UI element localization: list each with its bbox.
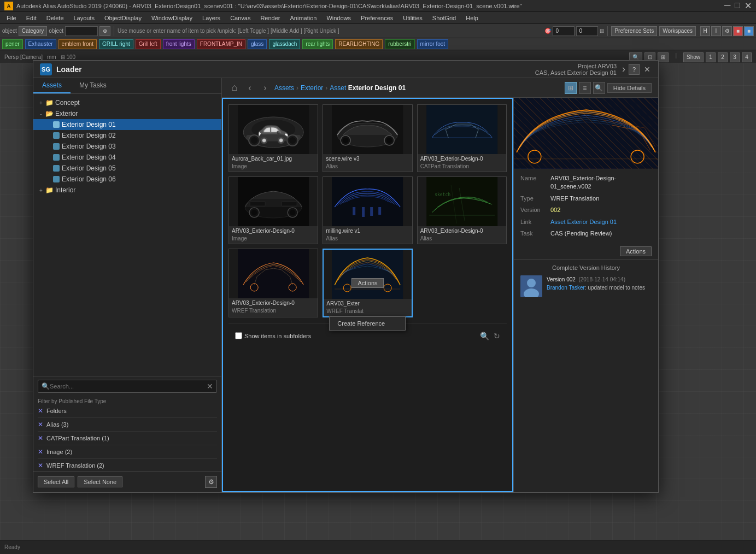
bottom-search-icon[interactable]: 🔍 (480, 332, 489, 340)
show-btn[interactable]: Show (683, 52, 704, 62)
viewport-num1[interactable]: 1 (706, 52, 716, 62)
tab-my-tasks[interactable]: My Tasks (71, 78, 115, 93)
filter-x-wref[interactable]: ✕ (38, 462, 43, 469)
grid-view-btn[interactable]: ⊞ (565, 82, 577, 94)
hide-details-btn[interactable]: Hide Details (607, 83, 652, 93)
tree-item-exterior-design-01[interactable]: Exterior Design 01 (33, 119, 221, 130)
tag-frontlamp-in[interactable]: FRONTLAMP_IN (197, 39, 245, 49)
menu-objectdisplay[interactable]: ObjectDisplay (100, 14, 146, 22)
project-nav-btn[interactable]: › (622, 63, 625, 75)
filter-catpart[interactable]: ✕ CATPart Translation (1) (33, 433, 221, 444)
tree-item-concept[interactable]: + 📁 Concept (33, 97, 221, 108)
menu-render[interactable]: Render (256, 14, 284, 22)
object-pick-btn[interactable]: ⊕ (99, 26, 110, 36)
tag-front-lights[interactable]: front lights (163, 39, 195, 49)
tag-grill-right[interactable]: GRILL right (99, 39, 133, 49)
menu-layouts[interactable]: Layouts (69, 14, 99, 22)
tree-item-exterior-design-03[interactable]: Exterior Design 03 (33, 141, 221, 152)
asset-card-1[interactable]: Aurora_Back_car_01.jpg Image (228, 104, 318, 172)
detail-actions-btn[interactable]: Actions (620, 246, 652, 256)
menu-preferences[interactable]: Preferences (356, 14, 397, 22)
object-input[interactable] (65, 26, 98, 36)
tag-mirror-foot[interactable]: mirror foot (417, 39, 449, 49)
viewport-btn3[interactable]: ⊞ (658, 52, 669, 62)
tag-grill-left[interactable]: Grill left (136, 39, 161, 49)
num2-input[interactable] (576, 26, 598, 36)
asset-card-2[interactable]: scene.wire v3 Alias (323, 104, 412, 172)
toolbar-extra-btn2[interactable]: I (711, 26, 721, 36)
search-view-btn[interactable]: 🔍 (593, 82, 605, 94)
modal-help-btn[interactable]: ? (629, 64, 640, 75)
filter-folders[interactable]: ✕ Folders (33, 405, 221, 416)
bottom-refresh-icon[interactable]: ↻ (494, 332, 500, 340)
tree-item-interior[interactable]: + 📁 Interior (33, 185, 221, 196)
tag-exhauster[interactable]: Exhauster (25, 39, 56, 49)
category-btn[interactable]: Category (19, 26, 48, 36)
filter-wref[interactable]: ✕ WREF Translation (2) (33, 460, 221, 471)
tree-item-exterior-design-02[interactable]: Exterior Design 02 (33, 130, 221, 141)
viewport-num2[interactable]: 2 (718, 52, 728, 62)
tree-item-exterior-design-04[interactable]: Exterior Design 04 (33, 152, 221, 163)
menu-layers[interactable]: Layers (198, 14, 225, 22)
list-view-btn[interactable]: ≡ (579, 82, 591, 94)
num1-input[interactable] (553, 26, 575, 36)
show-items-checkbox[interactable] (235, 332, 242, 339)
search-input[interactable] (50, 383, 207, 390)
breadcrumb-exterior[interactable]: Exterior (301, 84, 323, 92)
viewport-num3[interactable]: 3 (730, 52, 740, 62)
show-items-label[interactable]: Show items in subfolders (235, 332, 311, 339)
filter-x-image[interactable]: ✕ (38, 448, 43, 456)
maximize-btn[interactable]: □ (735, 1, 740, 11)
menu-edit[interactable]: Edit (22, 14, 41, 22)
asset-card-6[interactable]: sketch ARV03_Exterior-Design-0 Alias (417, 176, 507, 244)
nav-back-btn[interactable]: ‹ (244, 82, 256, 94)
actions-btn-card8[interactable]: Actions (351, 278, 383, 288)
filter-x-catpart[interactable]: ✕ (38, 434, 43, 442)
toolbar-extra-btn4[interactable]: ■ (733, 26, 743, 36)
viewport-num4[interactable]: 4 (742, 52, 752, 62)
asset-card-4[interactable]: ARV03_Exterior-Design-0 Image (228, 176, 318, 244)
workspaces-btn[interactable]: Workspaces (659, 26, 696, 36)
tree-item-exterior[interactable]: - 📂 Exterior (33, 108, 221, 119)
menu-delete[interactable]: Delete (42, 14, 68, 22)
select-none-btn[interactable]: Select None (78, 476, 122, 487)
menu-shotgrid[interactable]: ShotGrid (428, 14, 460, 22)
asset-card-8[interactable]: ARV03_Exter WREF Translat Actions Create… (323, 249, 412, 317)
preference-sets-btn[interactable]: Preference Sets (611, 26, 657, 36)
tag-rearlighting[interactable]: REARLIGHTING (335, 39, 383, 49)
menu-help[interactable]: Help (461, 14, 483, 22)
tag-pener[interactable]: pener (2, 39, 23, 49)
tag-glass[interactable]: glass (248, 39, 267, 49)
menu-windows[interactable]: Windows (322, 14, 355, 22)
filter-x-alias[interactable]: ✕ (38, 421, 43, 428)
minimize-btn[interactable]: ─ (724, 1, 730, 11)
select-all-btn[interactable]: Select All (38, 476, 74, 487)
tag-rear-lights[interactable]: rear lights (302, 39, 333, 49)
nav-home-btn[interactable]: ⌂ (228, 82, 241, 94)
tree-item-exterior-design-05[interactable]: Exterior Design 05 (33, 163, 221, 174)
menu-canvas[interactable]: Canvas (226, 14, 255, 22)
asset-card-5[interactable]: milling.wire v1 Alias (323, 176, 412, 244)
nav-forward-btn[interactable]: › (259, 82, 271, 94)
tree-item-exterior-design-06[interactable]: Exterior Design 06 (33, 174, 221, 185)
menu-utilities[interactable]: Utilities (398, 14, 426, 22)
modal-close-btn[interactable]: ✕ (643, 65, 652, 74)
tag-emblem-front[interactable]: emblem front (58, 39, 97, 49)
menu-animation[interactable]: Animation (286, 14, 321, 22)
toolbar-extra-btn3[interactable]: ⚙ (722, 26, 732, 36)
menu-file[interactable]: File (2, 14, 21, 22)
asset-card-3[interactable]: ARV03_Exterior-Design-0 CATPart Translat… (417, 104, 507, 172)
toolbar-extra-btn5[interactable]: ■ (744, 26, 754, 36)
filter-x-folders[interactable]: ✕ (38, 407, 43, 415)
filter-image[interactable]: ✕ Image (2) (33, 446, 221, 457)
breadcrumb-assets[interactable]: Assets (274, 84, 294, 92)
asset-card-7[interactable]: ARV03_Exterior-Design-0 WREF Translation (228, 249, 318, 317)
tree-area[interactable]: + 📁 Concept - 📂 Exterior Exterior Design… (33, 94, 221, 376)
close-btn[interactable]: ✕ (745, 1, 752, 11)
filter-alias[interactable]: ✕ Alias (3) (33, 419, 221, 430)
context-menu-create-reference[interactable]: Create Reference (330, 317, 405, 330)
search-clear-btn[interactable]: ✕ (207, 382, 213, 391)
toolbar-extra-btn1[interactable]: H (700, 26, 710, 36)
settings-btn[interactable]: ⚙ (205, 476, 217, 488)
menu-windowdisplay[interactable]: WindowDisplay (147, 14, 197, 22)
